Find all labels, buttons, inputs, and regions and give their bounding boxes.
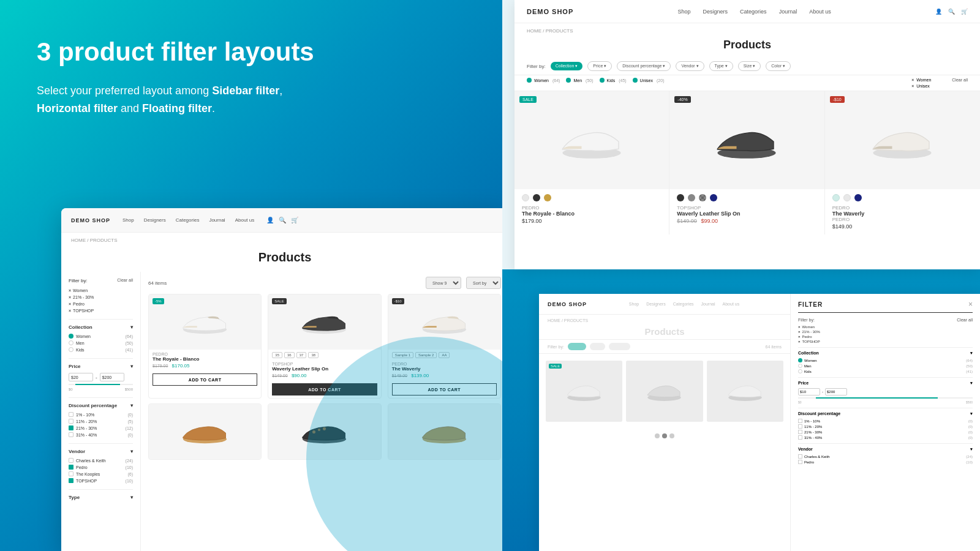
- br-radio-kids[interactable]: [798, 369, 802, 373]
- collection-pill[interactable]: Collection ▾: [551, 62, 583, 70]
- cb-charles[interactable]: [69, 458, 74, 463]
- br-items: 64 items: [766, 345, 782, 349]
- hero-subtitle: Select your preferred layout among Sideb…: [37, 82, 380, 118]
- br-cb-1[interactable]: [798, 419, 802, 423]
- color-dot-pattern[interactable]: [699, 194, 706, 201]
- clear-all-btn[interactable]: Clear all: [117, 278, 133, 283]
- br-price-max[interactable]: [825, 388, 847, 395]
- br-fp-close-btn[interactable]: ×: [968, 300, 973, 309]
- remove-topshop-icon[interactable]: ×: [69, 309, 71, 313]
- add-to-cart-btn-3[interactable]: ADD TO CART: [392, 383, 497, 395]
- br-dot-2[interactable]: [662, 433, 667, 438]
- price-min-input[interactable]: [69, 373, 93, 381]
- add-to-cart-btn-2[interactable]: ADD TO CART: [272, 383, 377, 395]
- br-fp-clear-all[interactable]: Clear all: [957, 318, 973, 322]
- color-pill[interactable]: Color ▾: [766, 61, 791, 71]
- active-filters-area: Women (64) Men (50) Kids (45) Unisex (20…: [514, 75, 980, 91]
- br-price-min[interactable]: [798, 388, 820, 395]
- br-remove-discount[interactable]: ×: [798, 330, 801, 334]
- br-vendor-label: Vendor: [798, 447, 813, 452]
- br-cb-pedro[interactable]: [798, 460, 802, 464]
- size-36[interactable]: 36: [284, 352, 295, 358]
- color-dot-mint[interactable]: [832, 194, 840, 201]
- br-pill-1: [568, 343, 586, 350]
- br-radio-women[interactable]: [798, 358, 802, 362]
- cb-pedro-active[interactable]: [69, 465, 74, 470]
- radio-men[interactable]: [69, 340, 74, 345]
- tr-product-card-3: -$10 PEDRO The Waverly PEDRO $: [825, 91, 980, 234]
- radio-kids[interactable]: [69, 347, 74, 352]
- radio-women-active[interactable]: [69, 334, 74, 339]
- tr-clear-all[interactable]: Clear all: [952, 78, 968, 82]
- tr-filter-bar: Filter by: Collection ▾ Price ▾ Discount…: [514, 58, 980, 75]
- remove-women-tr[interactable]: ×: [911, 78, 914, 82]
- size-35[interactable]: 35: [272, 352, 282, 358]
- remove-women-icon[interactable]: ×: [69, 288, 71, 293]
- shoe-image-5: [298, 416, 350, 447]
- color-dot-gray[interactable]: [688, 194, 695, 201]
- remove-discount-icon[interactable]: ×: [69, 295, 71, 299]
- vendor-pill[interactable]: Vendor ▾: [676, 61, 704, 71]
- tr-product-image-1: SALE: [514, 91, 669, 189]
- cb-31-40[interactable]: [69, 432, 74, 437]
- discount-pill[interactable]: Discount percentage ▾: [617, 61, 671, 71]
- tr-breadcrumb: HOME / PRODUCTS: [514, 23, 980, 36]
- size-37[interactable]: 37: [296, 352, 307, 358]
- remove-pedro-icon[interactable]: ×: [69, 302, 71, 306]
- color-dot-gold[interactable]: [544, 194, 551, 201]
- color-dot-navy[interactable]: [710, 194, 717, 201]
- br-dot-1[interactable]: [655, 433, 660, 438]
- br-remove-pedro[interactable]: ×: [798, 335, 801, 339]
- br-collection-men: Men (50): [798, 364, 973, 368]
- br-cb-3[interactable]: [798, 430, 802, 434]
- br-fp-tag-pedro: × Pedro: [798, 335, 973, 339]
- br-remove-women[interactable]: ×: [798, 325, 801, 329]
- nav-categories: Categories: [176, 217, 200, 223]
- tr-radio-unisex[interactable]: [633, 78, 638, 83]
- filter-sidebar: Filter by: Clear all ×Women ×21% - 30% ×…: [61, 272, 141, 551]
- sort-select[interactable]: Sort by: [466, 277, 501, 289]
- active-tag-topshop: ×TOPSHOP: [69, 309, 133, 313]
- tr-radio-women[interactable]: [527, 78, 532, 83]
- active-tag-pedro: ×Pedro: [69, 302, 133, 306]
- br-radio-men[interactable]: [798, 364, 802, 368]
- remove-unisex-tr[interactable]: ×: [911, 84, 914, 88]
- color-dot-white[interactable]: [522, 194, 529, 201]
- tr-badge-1: SALE: [519, 96, 537, 103]
- mockup-body: Filter by: Clear all ×Women ×21% - 30% ×…: [61, 272, 502, 551]
- cb-kooples[interactable]: [69, 471, 74, 476]
- br-dot-3[interactable]: [669, 433, 674, 438]
- br-cb-4[interactable]: [798, 435, 802, 440]
- price-slider-fill: [75, 384, 121, 385]
- color-dot-white2[interactable]: [843, 194, 851, 201]
- cb-1-10[interactable]: [69, 412, 74, 417]
- br-slider-fill: [816, 397, 938, 399]
- size-sample1[interactable]: Sample 1: [392, 352, 413, 358]
- br-price-max-label: $500: [966, 400, 973, 404]
- size-sample2[interactable]: Sample 2: [415, 352, 437, 358]
- size-38[interactable]: 38: [308, 352, 318, 358]
- active-tag-women: ×Women: [69, 288, 133, 293]
- br-remove-topshop[interactable]: ×: [798, 340, 801, 343]
- cb-21-30-active[interactable]: [69, 425, 74, 430]
- br-cb-charles[interactable]: [798, 454, 802, 459]
- add-to-cart-btn-1[interactable]: ADD TO CART: [153, 373, 257, 386]
- tr-radio-men[interactable]: [566, 78, 571, 83]
- tr-radio-kids[interactable]: [600, 78, 605, 83]
- color-dot-black[interactable]: [533, 194, 540, 201]
- type-pill[interactable]: Type ▾: [709, 61, 733, 71]
- size-aa[interactable]: AA: [439, 352, 450, 358]
- price-max-input[interactable]: [100, 373, 124, 381]
- show-select[interactable]: Show 9: [426, 277, 461, 289]
- br-fp-tag-topshop: × TOPSHOP: [798, 340, 973, 343]
- price-pill[interactable]: Price ▾: [587, 61, 612, 71]
- cb-topshop-active[interactable]: [69, 478, 74, 483]
- size-pill[interactable]: Size ▾: [738, 61, 761, 71]
- color-dot-navy2[interactable]: [854, 194, 862, 201]
- br-cb-2[interactable]: [798, 424, 802, 429]
- color-dot-dark[interactable]: [677, 194, 684, 201]
- product-price-2: $149.00 $90.00: [272, 373, 377, 378]
- filter-header: Filter by: Clear all: [69, 278, 133, 283]
- cb-11-20[interactable]: [69, 419, 74, 424]
- type-label: Type: [69, 495, 80, 500]
